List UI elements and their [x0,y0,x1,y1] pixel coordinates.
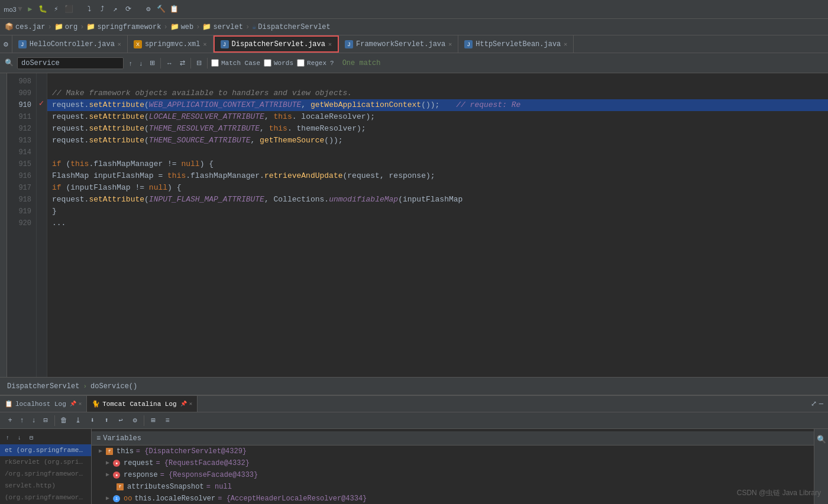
breakpoint-icon[interactable]: ✓ [39,98,44,108]
step-out-icon[interactable]: ↗ [110,4,121,15]
debug-frame-0[interactable]: et (org.springframe... [0,444,91,456]
find-all-button[interactable]: ⊞ [148,58,157,67]
tab-tomcat-log[interactable]: 🐈 Tomcat Catalina Log 📌 ✕ [87,396,198,412]
search-input[interactable] [21,59,98,67]
next-match-button[interactable]: ↓ [138,59,145,67]
replace-toggle-button[interactable]: ↔ [164,59,174,67]
expand-this[interactable]: ▶ [99,446,102,457]
wrap-icon[interactable]: ↩ [115,415,126,426]
settings2-icon[interactable]: ⚙ [130,415,140,426]
export-icon[interactable]: ⬆ [101,415,112,426]
debug-button[interactable]: 🐛 [38,4,48,15]
field-icon-this: f [106,448,113,455]
words-checkbox[interactable] [264,59,271,67]
tab-close-frameworkservlet[interactable]: ✕ [448,41,452,48]
debug-frame-1[interactable]: rkServlet (org.spring... [0,456,91,468]
clear-log-icon[interactable]: 🗑 [59,415,69,426]
list-icon[interactable]: ≡ [162,415,173,426]
breadcrumb-dispatcherservlet[interactable]: ☕ DispatcherServlet [252,22,331,31]
match-case-checkbox[interactable] [211,59,219,67]
variables-icon: ≡ [96,434,101,443]
tab-dispatcherservlet[interactable]: J DispatcherServlet.java ✕ [214,35,339,53]
breadcrumb-jar[interactable]: 📦 ces.jar [5,22,45,31]
build-icon[interactable]: 🔨 [156,4,167,15]
status-method: doService() [90,382,137,391]
breadcrumb-web[interactable]: 📁 web [170,22,194,31]
var-this[interactable]: ▶ f this = {DispatcherServlet@4329} [92,446,814,457]
grid-icon[interactable]: ⊞ [148,415,159,426]
run-button[interactable]: ▶ [25,4,35,15]
scroll-end-icon[interactable]: ⤓ [73,415,83,426]
line-num-910: 910 [9,99,31,111]
debug-frame-2[interactable]: /org.springframework... [0,468,91,480]
breadcrumb-springframework[interactable]: 📁 springframework [86,22,161,31]
expand-locale[interactable]: ▶ [106,493,109,504]
prev-match-button[interactable]: ↑ [127,59,134,67]
editor-tabs: ⚙ J HelloController.java ✕ X springmvc.x… [0,35,828,53]
frame-filter-icon[interactable]: ⊟ [26,433,37,443]
tab-close-httpservletbean[interactable]: ✕ [564,41,567,48]
var-locale-resolver[interactable]: ▶ i oo this.localeResolver = {AcceptHead… [92,493,814,504]
tab-close-hellocontroller[interactable]: ✕ [118,41,121,48]
expand-request[interactable]: ▶ [106,457,109,469]
var-request[interactable]: ▶ ● request = {RequestFacade@4332} [92,457,814,469]
regex-help[interactable]: ? [330,60,334,67]
import-icon[interactable]: ⬇ [87,415,98,426]
gutter-916 [37,168,46,180]
search-bar: 🔍 ↑ ↓ ⊞ ↔ ⇄ ⊟ Match Case Words Regex ? O… [0,53,828,73]
tab-close-localhost[interactable]: ✕ [79,401,82,407]
jar-icon: 📦 [5,22,14,31]
expand-panel-icon[interactable]: ⤢ [811,399,817,408]
tab-pin-icon2: 📌 [180,401,187,407]
project-icon: mo3 [5,4,15,15]
tab-httpservletbean[interactable]: J HttpServletBean.java ✕ [458,35,574,53]
tab-close-tomcat[interactable]: ✕ [189,401,192,407]
tab-hellocontroller[interactable]: J HelloController.java ✕ [12,35,128,53]
gutter: ✓ [37,73,47,377]
line-num-913: 913 [9,135,31,147]
breadcrumb-servlet[interactable]: 📁 servlet [202,22,242,31]
filter-button[interactable]: ⊟ [195,58,203,67]
debug-up-icon[interactable]: ↑ [17,415,27,426]
expand-response[interactable]: ▶ [106,469,109,481]
var-attributessnapshot[interactable]: f attributesSnapshot = null [92,481,814,493]
debug-down-icon[interactable]: ↓ [28,415,39,426]
debug-add-icon[interactable]: + [5,415,15,426]
debug-frame-3[interactable]: servlet.http) [0,480,91,492]
words-option[interactable]: Words [264,59,293,67]
step-over-icon[interactable]: ⤵ [84,4,95,15]
attach-button[interactable]: ⚡ [51,4,62,15]
log-icon: 📋 [5,400,13,408]
gutter-919 [37,203,46,215]
step-into-icon[interactable]: ⤴ [97,4,108,15]
left-margin [0,73,7,377]
stop-button[interactable]: ⬛ [64,4,75,15]
frame-up-icon[interactable]: ↑ [2,433,13,443]
settings-icon[interactable]: ⚙ [143,4,154,15]
debug-filter-icon[interactable]: ⊟ [40,415,51,426]
obj-icon-response: ● [113,472,120,479]
right-search-icon[interactable]: 🔍 [817,431,826,444]
replace-all-button[interactable]: ⇄ [178,58,187,67]
regex-option[interactable]: Regex [297,59,326,67]
collapse-panel-icon[interactable]: — [819,400,823,408]
regex-checkbox[interactable] [297,59,305,67]
pkg-icon3: 📁 [170,22,179,31]
code-editor[interactable]: // Make framework objects available to h… [47,73,828,377]
search-divider1 [160,58,161,69]
breadcrumb-org[interactable]: 📁 org [54,22,78,31]
tab-settings-gear[interactable]: ⚙ [0,35,12,53]
resume-icon[interactable]: ⟳ [123,4,134,15]
breadcrumb-bar: 📦 ces.jar › 📁 org › 📁 springframework › … [0,19,828,35]
run-config-icon[interactable]: 📋 [169,4,180,15]
bottom-toolbar: + ↑ ↓ ⊟ 🗑 ⤓ ⬇ ⬆ ↩ ⚙ ⊞ ≡ [0,412,828,429]
debug-frame-4[interactable]: (org.springframewor... [0,492,91,503]
tab-localhost-log[interactable]: 📋 localhost Log 📌 ✕ [0,396,87,412]
tab-close-dispatcherservlet[interactable]: ✕ [328,41,332,48]
frame-down-icon[interactable]: ↓ [14,433,25,443]
var-response[interactable]: ▶ ● response = {ResponseFacade@4333} [92,469,814,481]
tab-close-springmvc[interactable]: ✕ [203,41,207,48]
tab-frameworkservlet[interactable]: J FrameworkServlet.java ✕ [339,35,458,53]
tab-springmvc[interactable]: X springmvc.xml ✕ [128,35,214,53]
match-case-option[interactable]: Match Case [211,59,260,67]
